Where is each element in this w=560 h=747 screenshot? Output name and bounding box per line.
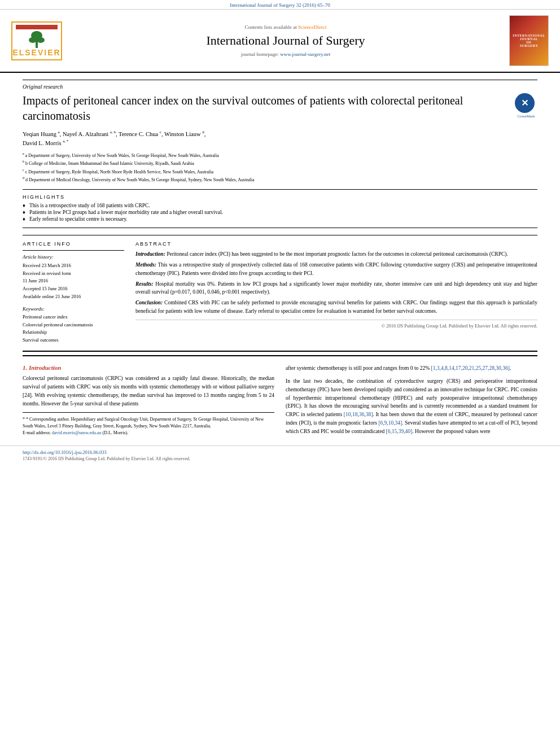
- keywords-title: Keywords:: [23, 306, 124, 312]
- available-date: Available online 21 June 2016: [23, 293, 124, 301]
- intro-label: Introduction:: [135, 251, 165, 257]
- keyword-1: Peritoneal cancer index: [23, 313, 124, 321]
- abstract-methods: Methods: This was a retrospective study …: [135, 261, 537, 277]
- highlights-title: HIGHLIGHTS: [23, 194, 537, 200]
- footer-issn: 1743-9191/© 2016 IJS Publishing Group Lt…: [23, 456, 537, 461]
- ref-link-3: [6,9,10,34]: [378, 420, 402, 426]
- footnote-area: * * Corresponding author. Hepatobiliary …: [23, 412, 274, 436]
- cover-text: INTERNATIONALJOURNALOFSURGERY: [513, 34, 545, 47]
- copyright-line: © 2016 IJS Publishing Group Ltd. Publish…: [135, 320, 537, 330]
- revised-date: 11 June 2016: [23, 277, 124, 285]
- keywords-list: Peritoneal cancer index Colorectal perit…: [23, 313, 124, 344]
- intro-paragraph2-right: In the last two decades, the combination…: [286, 377, 537, 435]
- abstract-intro: Introduction: Peritoneal cancer index (P…: [135, 250, 537, 258]
- journal-homepage: journal homepage: www.journal-surgery.ne…: [73, 51, 498, 57]
- keyword-2: Colorectal peritoneal carcinomatosis: [23, 321, 124, 329]
- journal-cover-image: INTERNATIONALJOURNALOFSURGERY: [509, 15, 549, 66]
- keyword-3: Relationship: [23, 329, 124, 337]
- history-title: Article history:: [23, 254, 124, 260]
- authors-line: Yeqian Huang a, Nayef A. Alzahrani a, b,…: [23, 129, 537, 148]
- main-content: Original research Impacts of peritoneal …: [0, 73, 560, 440]
- conclusion-text: Combined CRS with PIC can be safely perf…: [135, 300, 537, 313]
- journal-center: Contents lists available at ScienceDirec…: [62, 24, 509, 57]
- ref-link-4: [6,15,39,40]: [386, 429, 413, 434]
- abstract-title: ABSTRACT: [135, 241, 537, 247]
- doi-divider: [23, 351, 537, 356]
- page-footer: http://dx.doi.org/10.1016/j.ijsu.2016.06…: [0, 445, 560, 465]
- affiliations: a a Department of Surgery, University of…: [23, 151, 537, 184]
- body-section: 1. Introduction Colorectal peritoneal ca…: [23, 364, 537, 440]
- intro-paragraph1: Colorectal peritoneal carcinomatosis (CR…: [23, 374, 274, 408]
- journal-title: International Journal of Surgery: [73, 33, 498, 48]
- article-title: Impacts of peritoneal cancer index on th…: [23, 93, 509, 124]
- affil-c: c c Department of Surgery, Ryde Hospital…: [23, 168, 537, 176]
- results-text: Hospital mortality was 0%. Patients in l…: [135, 281, 537, 295]
- abstract-results: Results: Hospital mortality was 0%. Pati…: [135, 280, 537, 296]
- ref-link-1: [1,3,4,8,14,17,20,21,25,27,28,30,36]: [431, 365, 510, 371]
- highlight-item-3: Early referral to specialist centre is n…: [23, 216, 537, 222]
- body-left: 1. Introduction Colorectal peritoneal ca…: [23, 364, 274, 440]
- svg-point-3: [37, 37, 45, 43]
- homepage-link[interactable]: www.journal-surgery.net: [280, 51, 330, 57]
- journal-header: ELSEVIER Contents lists available at Sci…: [0, 10, 560, 73]
- elsevier-box: ELSEVIER: [11, 21, 62, 60]
- intro-paragraph1-right: after systemic chemotherapy is still poo…: [286, 364, 537, 373]
- crossmark-label: CrossMark: [515, 114, 537, 119]
- highlights-section: HIGHLIGHTS This is a retrospective study…: [23, 189, 537, 228]
- article-title-row: Impacts of peritoneal cancer index on th…: [23, 93, 537, 124]
- received-revised-label: Received in revised form: [23, 270, 124, 278]
- highlight-item-1: This is a retrospective study of 168 pat…: [23, 203, 537, 208]
- body-right: after systemic chemotherapy is still poo…: [286, 364, 537, 440]
- footnote-star: *: [23, 417, 25, 422]
- history-items: Received 23 March 2016 Received in revis…: [23, 262, 124, 300]
- abstract-text: Introduction: Peritoneal cancer index (P…: [135, 250, 537, 330]
- footer-doi[interactable]: http://dx.doi.org/10.1016/j.ijsu.2016.06…: [23, 449, 537, 455]
- affil-b: b b College of Medicine, Imam Muhammad i…: [23, 159, 537, 167]
- crossmark-icon: ✕: [515, 93, 535, 113]
- received-date: Received 23 March 2016: [23, 262, 124, 270]
- elsevier-red-bar: [16, 25, 58, 29]
- affil-a: a a Department of Surgery, University of…: [23, 151, 537, 159]
- keyword-4: Survival outcomes: [23, 337, 124, 344]
- info-abstract-section: ARTICLE INFO Article history: Received 2…: [23, 235, 537, 344]
- ref-link-2: [10,18,36,38]: [344, 412, 373, 417]
- footnote-email: E-mail address: david.morris@unsw.edu.au…: [23, 430, 274, 436]
- divider: [23, 250, 124, 251]
- intro-text: Peritoneal cancer index (PCI) has been s…: [167, 251, 508, 257]
- top-bar: International Journal of Surgery 32 (201…: [0, 0, 560, 10]
- journal-ref: International Journal of Surgery 32 (201…: [230, 2, 330, 8]
- page-container: International Journal of Surgery 32 (201…: [0, 0, 560, 465]
- elsevier-logo: ELSEVIER: [11, 21, 62, 60]
- results-label: Results:: [135, 281, 154, 287]
- elsevier-tree-icon: [29, 31, 45, 48]
- crossmark: ✕ CrossMark: [515, 93, 537, 119]
- footnote-text: * * Corresponding author. Hepatobiliary …: [23, 416, 274, 430]
- abstract-conclusion: Conclusion: Combined CRS with PIC can be…: [135, 299, 537, 315]
- svg-point-2: [29, 37, 37, 43]
- intro-heading: 1. Introduction: [23, 364, 274, 371]
- sciencedirect-link[interactable]: ScienceDirect: [298, 24, 326, 30]
- footnote-email-link[interactable]: david.morris@unsw.edu.au: [52, 430, 102, 435]
- highlight-item-2: Patients in low PCI groups had a lower m…: [23, 209, 537, 215]
- article-info-title: ARTICLE INFO: [23, 241, 124, 247]
- conclusion-label: Conclusion:: [135, 300, 163, 305]
- elsevier-text: ELSEVIER: [12, 48, 60, 57]
- accepted-date: Accepted 15 June 2016: [23, 285, 124, 293]
- article-info-col: ARTICLE INFO Article history: Received 2…: [23, 241, 124, 344]
- sciencedirect-line: Contents lists available at ScienceDirec…: [73, 24, 498, 30]
- article-category: Original research: [23, 80, 537, 90]
- methods-text: This was a retrospective study of prospe…: [135, 262, 537, 276]
- affil-d: d d Department of Medical Oncology, Univ…: [23, 176, 537, 184]
- abstract-col: ABSTRACT Introduction: Peritoneal cancer…: [135, 241, 537, 344]
- methods-label: Methods:: [135, 262, 156, 268]
